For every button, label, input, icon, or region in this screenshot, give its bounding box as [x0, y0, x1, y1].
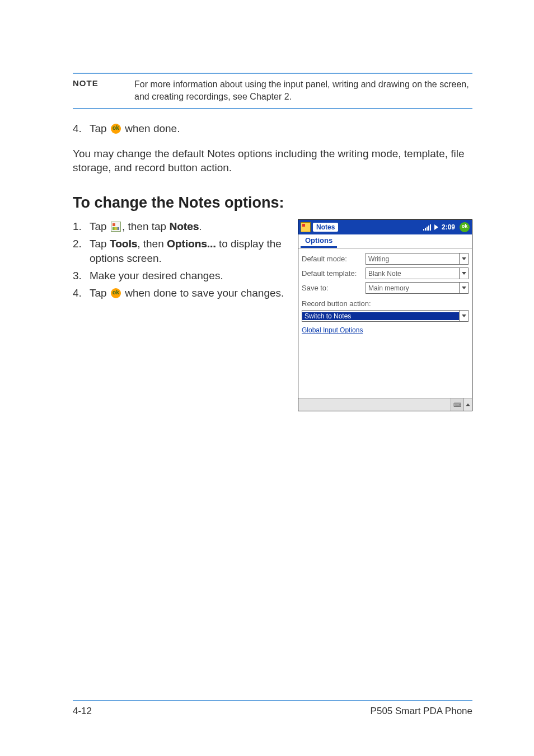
options-form: Default mode: Writing Default template: … [298, 248, 472, 398]
step-text: Tap , then tap Notes. [90, 219, 287, 234]
step-4-upper: 4. Tap when done. [73, 121, 472, 137]
keyboard-icon[interactable]: ⌨ [451, 398, 463, 411]
note-block: NOTE For more information about using th… [73, 73, 472, 109]
device-screenshot: Notes 2:09 Options Default mode: Writing [298, 219, 472, 411]
step-number: 4. [73, 286, 90, 301]
note-label: NOTE [73, 78, 134, 102]
tab-options[interactable]: Options [301, 234, 337, 248]
chevron-down-icon[interactable] [459, 283, 468, 293]
ok-icon [111, 124, 121, 134]
status-area: 2:09 [423, 223, 455, 231]
ok-button[interactable] [460, 222, 470, 232]
page-footer: 4-12 P505 Smart PDA Phone [73, 700, 472, 717]
step-3: 3. Make your desired changes. [73, 269, 287, 284]
step-4: 4. Tap when done to save your changes. [73, 286, 287, 301]
step-1: 1. Tap , then tap Notes. [73, 219, 287, 234]
ok-icon [111, 288, 121, 298]
start-icon [111, 222, 121, 232]
app-title: Notes [313, 223, 338, 232]
save-to-combo[interactable]: Main memory [366, 282, 469, 294]
step-number: 3. [73, 269, 90, 284]
volume-icon [434, 224, 438, 230]
sip-bar: ⌨ [298, 398, 472, 411]
save-to-label: Save to: [302, 284, 366, 292]
step-text: Tap when done to save your changes. [90, 286, 287, 301]
default-mode-combo[interactable]: Writing [366, 253, 469, 265]
step-2: 2. Tap Tools, then Options... to display… [73, 237, 287, 266]
start-icon[interactable] [301, 222, 311, 232]
chevron-down-icon[interactable] [459, 268, 468, 279]
step-text: Tap when done. [90, 121, 472, 137]
default-template-combo[interactable]: Blank Note [366, 267, 469, 279]
section-heading: To change the Notes options: [73, 193, 472, 213]
step-number: 1. [73, 219, 90, 234]
default-template-label: Default template: [302, 269, 366, 278]
step-text: Make your desired changes. [90, 269, 287, 284]
step-number: 4. [73, 121, 90, 137]
doc-title: P505 Smart PDA Phone [371, 706, 472, 717]
step-text: Tap Tools, then Options... to display th… [90, 237, 287, 266]
step-number: 2. [73, 237, 90, 266]
record-action-label: Record button action: [302, 299, 469, 308]
tab-bar: Options [298, 234, 472, 248]
page-number: 4-12 [73, 706, 92, 717]
sip-selector-arrow[interactable] [463, 398, 472, 411]
record-action-combo[interactable]: Switch to Notes [302, 310, 469, 322]
note-text: For more information about using the inp… [134, 78, 472, 102]
chevron-down-icon[interactable] [459, 311, 468, 321]
titlebar: Notes 2:09 [298, 220, 472, 234]
global-input-link[interactable]: Global Input Options [302, 326, 469, 334]
clock: 2:09 [442, 223, 455, 231]
paragraph: You may change the default Notes options… [73, 147, 472, 175]
chevron-down-icon[interactable] [459, 253, 468, 264]
default-mode-label: Default mode: [302, 255, 366, 263]
signal-icon [423, 224, 431, 231]
